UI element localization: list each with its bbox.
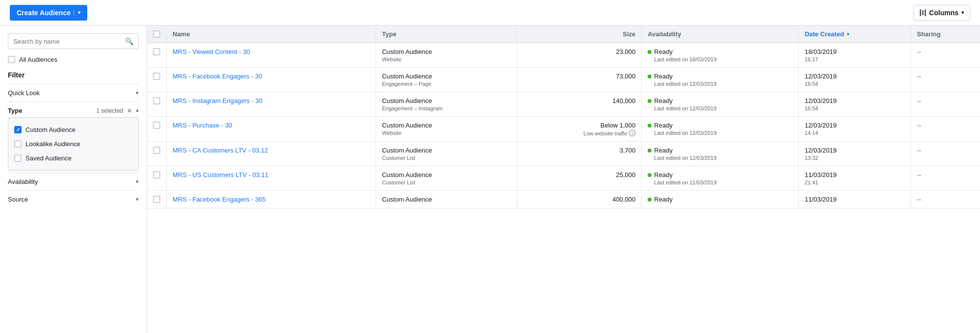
source-row[interactable]: Source ▾ <box>8 190 139 208</box>
row-checkbox-5[interactable] <box>153 171 160 179</box>
audience-link-4[interactable]: MRS - CA Customers LTV - 03.12 <box>173 147 268 154</box>
size-info-icon-3[interactable]: i <box>629 130 635 136</box>
row-availability-cell: Ready Last edited on 11/03/2019 <box>642 166 799 191</box>
row-name-cell: MRS - Facebook Engagers - 30 <box>167 68 376 92</box>
type-clear-icon[interactable]: ✕ <box>127 107 132 114</box>
row-availability-cell: Ready Last edited on 12/03/2019 <box>642 142 799 166</box>
audience-link-0[interactable]: MRS - Viewed Content - 30 <box>173 48 250 55</box>
row-checkbox-3[interactable] <box>153 122 160 129</box>
type-name-2: Custom Audience <box>382 97 511 104</box>
header-name: Name <box>167 26 376 43</box>
custom-audience-checkbox[interactable] <box>14 126 22 133</box>
size-val-3: Below 1,000 <box>523 122 635 129</box>
row-checkbox-1[interactable] <box>153 73 160 80</box>
table-row: MRS - Viewed Content - 30 Custom Audienc… <box>147 43 980 68</box>
row-checkbox-6[interactable] <box>153 196 160 203</box>
row-name-cell: MRS - Purchase - 30 <box>167 117 376 142</box>
header-type: Type <box>376 26 517 43</box>
select-all-checkbox[interactable] <box>153 30 160 38</box>
sharing-val-3: -- <box>917 122 921 129</box>
type-name-6: Custom Audience <box>382 196 511 203</box>
search-input[interactable] <box>13 38 125 45</box>
type-option-saved[interactable]: Saved Audience <box>14 151 132 165</box>
date-main-2: 12/03/2019 <box>804 97 905 104</box>
size-sub-3: Low website traffic i <box>523 130 635 136</box>
ready-dot-icon-2 <box>648 99 652 103</box>
table-body: MRS - Viewed Content - 30 Custom Audienc… <box>147 43 980 208</box>
header-date-created[interactable]: Date Created ▼ <box>799 26 911 43</box>
type-selected-badge: 1 selected <box>96 107 123 114</box>
quick-look-label: Quick Look <box>8 89 40 97</box>
header-checkbox-col <box>147 26 167 43</box>
sharing-val-4: -- <box>917 147 921 154</box>
create-audience-chevron[interactable]: ▾ <box>74 10 80 15</box>
saved-audience-checkbox[interactable] <box>14 154 22 162</box>
row-sharing-cell: -- <box>911 43 980 68</box>
row-date-cell: 18/03/2019 16:17 <box>799 43 911 68</box>
avail-ready-4: Ready <box>648 147 792 154</box>
row-availability-cell: Ready Last edited on 12/03/2019 <box>642 117 799 142</box>
type-sub-4: Customer List <box>382 155 511 161</box>
columns-button[interactable]: Columns ▾ <box>913 5 970 21</box>
audience-link-2[interactable]: MRS - Instagram Engagers - 30 <box>173 97 263 104</box>
quick-look-row[interactable]: Quick Look ▾ <box>8 84 139 102</box>
avail-sub-2: Last edited on 12/03/2019 <box>648 105 792 111</box>
size-val-6: 400,000 <box>523 196 635 203</box>
type-sub-5: Customer List <box>382 179 511 185</box>
audience-link-6[interactable]: MRS - Facebook Engagers - 365 <box>173 196 266 203</box>
type-sub-0: Website <box>382 56 511 62</box>
type-name-3: Custom Audience <box>382 122 511 129</box>
avail-sub-1: Last edited on 12/03/2019 <box>648 81 792 87</box>
top-bar: Create Audience ▾ Columns ▾ <box>0 0 980 26</box>
saved-audience-label: Saved Audience <box>25 154 72 162</box>
type-option-custom[interactable]: Custom Audience <box>14 123 132 137</box>
source-label: Source <box>8 196 28 203</box>
audience-link-1[interactable]: MRS - Facebook Engagers - 30 <box>173 73 262 80</box>
type-chevron-icon[interactable]: ▾ <box>136 107 139 114</box>
date-main-3: 12/03/2019 <box>804 122 905 129</box>
size-val-4: 3,700 <box>523 147 635 154</box>
type-option-lookalike[interactable]: Lookalike Audience <box>14 137 132 151</box>
row-availability-cell: Ready Last edited on 12/03/2019 <box>642 68 799 92</box>
avail-sub-4: Last edited on 12/03/2019 <box>648 155 792 161</box>
row-size-cell: 73,000 <box>517 68 641 92</box>
search-box[interactable]: 🔍 <box>8 33 139 49</box>
avail-ready-1: Ready <box>648 73 792 80</box>
row-sharing-cell: -- <box>911 166 980 191</box>
table-row: MRS - Instagram Engagers - 30 Custom Aud… <box>147 92 980 117</box>
row-date-cell: 12/03/2019 13:32 <box>799 142 911 166</box>
sharing-val-2: -- <box>917 97 921 104</box>
audience-link-3[interactable]: MRS - Purchase - 30 <box>173 122 232 129</box>
row-type-cell: Custom Audience Customer List <box>376 142 517 166</box>
row-sharing-cell: -- <box>911 117 980 142</box>
size-val-1: 73,000 <box>523 73 635 80</box>
header-availability: Availability <box>642 26 799 43</box>
all-audiences-checkbox[interactable] <box>8 56 15 63</box>
create-audience-label: Create Audience <box>17 9 71 17</box>
source-chevron-icon: ▾ <box>136 196 139 203</box>
availability-chevron-icon: ▾ <box>136 179 139 185</box>
row-availability-cell: Ready Last edited on 18/03/2019 <box>642 43 799 68</box>
date-main-6: 11/03/2019 <box>804 196 905 203</box>
lookalike-audience-checkbox[interactable] <box>14 140 22 148</box>
sidebar: 🔍 All Audiences Filter Quick Look ▾ Type… <box>0 26 147 333</box>
avail-ready-0: Ready <box>648 48 792 55</box>
type-name-4: Custom Audience <box>382 147 511 154</box>
row-name-cell: MRS - Facebook Engagers - 365 <box>167 191 376 208</box>
availability-row[interactable]: Availability ▾ <box>8 173 139 190</box>
avail-ready-2: Ready <box>648 97 792 104</box>
row-sharing-cell: -- <box>911 68 980 92</box>
type-filter-label: Type <box>8 107 22 114</box>
quick-look-chevron-icon: ▾ <box>136 90 139 96</box>
row-size-cell: 140,000 <box>517 92 641 117</box>
row-availability-cell: Ready Last edited on 12/03/2019 <box>642 92 799 117</box>
create-audience-button[interactable]: Create Audience ▾ <box>10 5 87 21</box>
row-checkbox-0[interactable] <box>153 48 160 55</box>
row-checkbox-4[interactable] <box>153 147 160 154</box>
date-main-5: 11/03/2019 <box>804 171 905 179</box>
audience-link-5[interactable]: MRS - US Customers LTV - 03.11 <box>173 171 269 179</box>
all-audiences-row: All Audiences <box>8 56 139 63</box>
main-layout: 🔍 All Audiences Filter Quick Look ▾ Type… <box>0 26 980 333</box>
all-audiences-label: All Audiences <box>19 56 57 63</box>
row-checkbox-2[interactable] <box>153 97 160 104</box>
